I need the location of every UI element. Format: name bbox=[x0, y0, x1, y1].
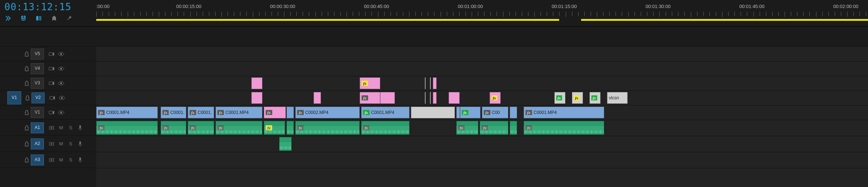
sync-lock-icon[interactable] bbox=[47, 110, 56, 115]
source-patch-v1[interactable] bbox=[7, 106, 20, 119]
audio-clip[interactable]: fx bbox=[216, 121, 262, 135]
clip-marker-stripes[interactable] bbox=[425, 92, 427, 104]
snap-magnet-icon[interactable] bbox=[20, 15, 27, 22]
track-target-v3[interactable]: V3 bbox=[31, 78, 44, 89]
video-clip[interactable]: fx bbox=[460, 107, 480, 118]
track-target-v5[interactable]: V5 bbox=[31, 49, 44, 60]
video-clip[interactable] bbox=[251, 77, 262, 89]
sync-lock-icon[interactable] bbox=[47, 51, 56, 57]
track-target-a2[interactable]: A2 bbox=[31, 138, 44, 149]
track-visibility-eye-icon[interactable] bbox=[56, 81, 66, 85]
voiceover-mic-icon[interactable] bbox=[75, 157, 85, 163]
audio-clip[interactable]: fx bbox=[188, 121, 214, 135]
work-area-bar[interactable] bbox=[581, 19, 868, 21]
keyframe-icon[interactable] bbox=[47, 157, 56, 163]
video-clip[interactable]: fx bbox=[264, 107, 286, 118]
audio-clip[interactable]: fx bbox=[480, 121, 508, 135]
source-patch-v5[interactable] bbox=[7, 48, 20, 60]
lane-v4[interactable] bbox=[96, 61, 868, 76]
lane-v1[interactable]: fxC0001.MP4fxC0001.fxC0001.fxC0001.MP4fx… bbox=[96, 105, 868, 120]
audio-clip[interactable]: fx bbox=[361, 121, 409, 135]
solo-button[interactable]: S bbox=[66, 141, 75, 147]
video-clip[interactable]: fx bbox=[554, 92, 565, 104]
sync-lock-icon[interactable] bbox=[47, 81, 56, 86]
track-visibility-eye-icon[interactable] bbox=[56, 52, 66, 56]
track-visibility-eye-icon[interactable] bbox=[57, 96, 67, 100]
audio-clip[interactable]: fx bbox=[456, 121, 478, 135]
track-lock-icon[interactable] bbox=[23, 66, 31, 71]
solo-button[interactable]: S bbox=[66, 125, 75, 131]
track-lanes[interactable]: fx fxfxfxfxfxvlcsn fxC0001.MP4fxC0001.fx… bbox=[96, 47, 868, 187]
track-lock-icon[interactable] bbox=[23, 125, 31, 130]
clip-marker-stripes[interactable] bbox=[425, 77, 427, 89]
solo-button[interactable]: S bbox=[66, 157, 75, 163]
video-clip[interactable] bbox=[380, 92, 395, 104]
clip-marker-stripes[interactable] bbox=[430, 77, 431, 89]
lane-v2[interactable]: fxfxfxfxfxvlcsn bbox=[96, 91, 868, 106]
video-clip[interactable] bbox=[314, 92, 321, 104]
video-clip[interactable]: fx bbox=[572, 92, 583, 104]
video-clip[interactable]: fxC0002.MP4 bbox=[295, 107, 360, 118]
mute-button[interactable]: M bbox=[56, 125, 66, 131]
video-clip[interactable] bbox=[456, 107, 460, 118]
audio-clip[interactable]: fx bbox=[524, 121, 604, 135]
lane-v5[interactable] bbox=[96, 47, 868, 62]
lane-a3[interactable] bbox=[96, 152, 868, 168]
source-patch-v4[interactable] bbox=[7, 62, 20, 75]
voiceover-mic-icon[interactable] bbox=[75, 125, 85, 131]
video-clip[interactable]: fxC0001.MP4 bbox=[361, 107, 409, 118]
source-patch-a1[interactable] bbox=[7, 122, 20, 134]
video-clip[interactable]: fxC0001.MP4 bbox=[216, 107, 262, 118]
video-clip[interactable]: fx bbox=[360, 77, 380, 89]
audio-clip[interactable] bbox=[510, 121, 517, 135]
video-clip[interactable]: fx bbox=[360, 92, 380, 104]
video-clip[interactable]: fxC0001.MP4 bbox=[524, 107, 604, 118]
keyframe-icon[interactable] bbox=[47, 141, 56, 146]
video-clip[interactable]: fxC0001. bbox=[188, 107, 214, 118]
mute-button[interactable]: M bbox=[56, 157, 66, 163]
settings-wrench-icon[interactable] bbox=[66, 15, 73, 22]
track-visibility-eye-icon[interactable] bbox=[56, 66, 66, 71]
video-clip[interactable] bbox=[449, 92, 460, 104]
playhead-timecode[interactable]: 00:13:12:15 bbox=[4, 2, 93, 12]
sync-lock-icon[interactable] bbox=[47, 66, 56, 71]
audio-clip[interactable]: fx bbox=[295, 121, 360, 135]
track-target-v1[interactable]: V1 bbox=[31, 107, 44, 118]
lane-a1[interactable]: fxfxfxfxfxfxfxfxfxfx bbox=[96, 120, 868, 136]
audio-clip[interactable]: fx bbox=[264, 121, 285, 135]
lane-a2[interactable] bbox=[96, 136, 868, 152]
video-clip[interactable]: fx bbox=[490, 92, 501, 104]
mute-button[interactable]: M bbox=[56, 141, 66, 147]
video-clip[interactable]: fxC0001. bbox=[161, 107, 186, 118]
audio-clip[interactable] bbox=[279, 137, 292, 151]
source-patch-v3[interactable] bbox=[7, 77, 20, 89]
voiceover-mic-icon[interactable] bbox=[75, 141, 85, 147]
video-clip[interactable] bbox=[510, 107, 517, 118]
video-clip[interactable] bbox=[411, 107, 455, 118]
video-clip[interactable] bbox=[251, 92, 262, 104]
track-lock-icon[interactable] bbox=[23, 141, 31, 146]
track-lock-icon[interactable] bbox=[23, 95, 31, 100]
track-lock-icon[interactable] bbox=[23, 81, 31, 86]
track-target-v2[interactable]: V2 bbox=[31, 92, 45, 103]
lane-v3[interactable]: fx bbox=[96, 76, 868, 91]
video-clip[interactable]: vlcsn bbox=[607, 92, 628, 104]
video-clip[interactable] bbox=[433, 77, 437, 89]
work-area-bar[interactable] bbox=[96, 19, 559, 21]
video-clip[interactable] bbox=[433, 92, 437, 104]
track-target-a1[interactable]: A1 bbox=[31, 122, 44, 133]
insert-overwrite-icon[interactable] bbox=[4, 15, 12, 22]
video-clip[interactable]: fxC0001.MP4 bbox=[96, 107, 158, 118]
audio-clip[interactable] bbox=[287, 121, 294, 135]
track-visibility-eye-icon[interactable] bbox=[56, 110, 66, 115]
video-clip[interactable] bbox=[287, 107, 294, 118]
track-target-v4[interactable]: V4 bbox=[31, 63, 44, 74]
track-lock-icon[interactable] bbox=[23, 110, 31, 115]
track-lock-icon[interactable] bbox=[23, 157, 31, 163]
source-patch-a3[interactable] bbox=[7, 154, 20, 166]
audio-clip[interactable]: fx bbox=[161, 121, 186, 135]
keyframe-icon[interactable] bbox=[47, 125, 56, 130]
time-ruler[interactable]: :00:0000:00:15:0000:00:30:0000:00:45:000… bbox=[96, 0, 868, 26]
marker-icon[interactable] bbox=[50, 15, 58, 22]
track-lock-icon[interactable] bbox=[23, 51, 31, 57]
